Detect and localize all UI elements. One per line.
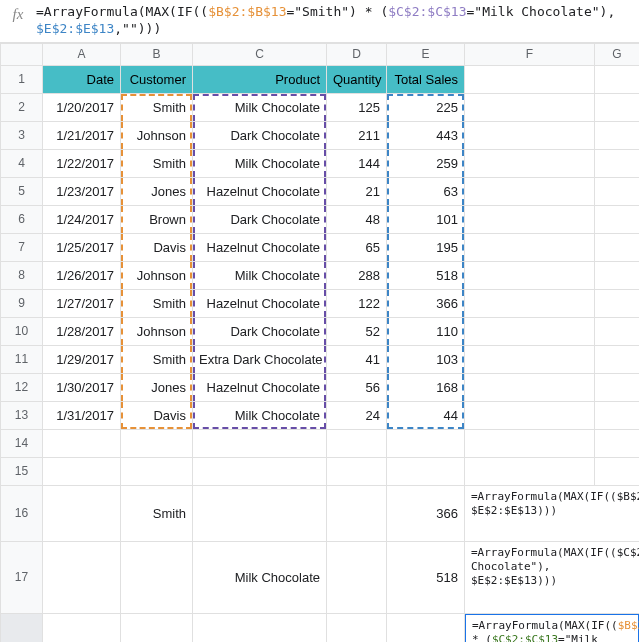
cell-qty[interactable]: 288	[327, 261, 387, 289]
cell-sales[interactable]: 44	[387, 401, 465, 429]
cell-qty[interactable]: 125	[327, 93, 387, 121]
cell[interactable]	[595, 121, 640, 149]
cell-product[interactable]: Hazelnut Chocolate	[193, 233, 327, 261]
row-header[interactable]: 16	[1, 485, 43, 541]
cell-date[interactable]: 1/22/2017	[43, 149, 121, 177]
cell[interactable]	[595, 149, 640, 177]
row-header[interactable]: 11	[1, 345, 43, 373]
row-header[interactable]: 9	[1, 289, 43, 317]
cell[interactable]	[595, 233, 640, 261]
cell-date[interactable]: 1/21/2017	[43, 121, 121, 149]
cell[interactable]	[595, 289, 640, 317]
cell-qty[interactable]: 52	[327, 317, 387, 345]
cell[interactable]	[327, 613, 387, 642]
cell-date[interactable]: 1/25/2017	[43, 233, 121, 261]
cell-customer[interactable]: Brown	[121, 205, 193, 233]
cell-product[interactable]: Hazelnut Chocolate	[193, 177, 327, 205]
cell-date[interactable]: 1/26/2017	[43, 261, 121, 289]
cell[interactable]	[465, 205, 595, 233]
col-header-f[interactable]: F	[465, 43, 595, 65]
cell-sales[interactable]: 168	[387, 373, 465, 401]
cell-date[interactable]: 1/20/2017	[43, 93, 121, 121]
cell[interactable]	[465, 289, 595, 317]
cell[interactable]	[121, 541, 193, 613]
cell[interactable]	[465, 401, 595, 429]
cell[interactable]	[595, 373, 640, 401]
cell-sales[interactable]: 110	[387, 317, 465, 345]
col-header-c[interactable]: C	[193, 43, 327, 65]
row-header[interactable]: 8	[1, 261, 43, 289]
cell[interactable]	[193, 457, 327, 485]
cell-product[interactable]: Milk Chocolate	[193, 149, 327, 177]
row-header[interactable]: 2	[1, 93, 43, 121]
cell-date[interactable]: 1/30/2017	[43, 373, 121, 401]
row-header[interactable]: 14	[1, 429, 43, 457]
cell-qty[interactable]: 48	[327, 205, 387, 233]
formula-text-cell[interactable]: =ArrayFormula(MAX(IF(($B$2:$B$13="Smith"…	[465, 485, 640, 541]
cell[interactable]	[595, 457, 640, 485]
cell[interactable]	[327, 485, 387, 541]
row-header[interactable]: 1	[1, 65, 43, 93]
cell[interactable]	[327, 541, 387, 613]
col-header-d[interactable]: D	[327, 43, 387, 65]
cell[interactable]	[595, 93, 640, 121]
row-header[interactable]: 3	[1, 121, 43, 149]
cell-qty[interactable]: 122	[327, 289, 387, 317]
cell-customer[interactable]: Jones	[121, 373, 193, 401]
cell[interactable]	[43, 541, 121, 613]
formula-bar-text[interactable]: =ArrayFormula(MAX(IF(($B$2:$B$13="Smith"…	[36, 4, 639, 38]
cell-date[interactable]: 1/31/2017	[43, 401, 121, 429]
header-sales[interactable]: Total Sales	[387, 65, 465, 93]
row-header[interactable]: 18	[1, 613, 43, 642]
cell[interactable]	[465, 65, 595, 93]
cell[interactable]	[43, 429, 121, 457]
cell-sales[interactable]: 101	[387, 205, 465, 233]
cell[interactable]	[43, 485, 121, 541]
cell[interactable]	[595, 261, 640, 289]
row-header[interactable]: 4	[1, 149, 43, 177]
header-date[interactable]: Date	[43, 65, 121, 93]
cell[interactable]	[193, 429, 327, 457]
cell-sales[interactable]: 103	[387, 345, 465, 373]
row-header[interactable]: 5	[1, 177, 43, 205]
cell-qty[interactable]: 41	[327, 345, 387, 373]
cell-sales[interactable]: 63	[387, 177, 465, 205]
cell[interactable]	[595, 205, 640, 233]
cell-sales[interactable]: 518	[387, 261, 465, 289]
cell-sales[interactable]: 259	[387, 149, 465, 177]
cell[interactable]	[595, 317, 640, 345]
cell[interactable]	[465, 177, 595, 205]
cell[interactable]: Milk Chocolate	[193, 541, 327, 613]
cell[interactable]	[465, 149, 595, 177]
cell-sales[interactable]: 443	[387, 121, 465, 149]
corner-cell[interactable]	[1, 43, 43, 65]
row-header[interactable]: 15	[1, 457, 43, 485]
cell[interactable]: Milk Chocolate	[193, 613, 327, 642]
row-header[interactable]: 12	[1, 373, 43, 401]
cell[interactable]: Smith	[121, 485, 193, 541]
row-header[interactable]: 7	[1, 233, 43, 261]
cell[interactable]: 366	[387, 485, 465, 541]
cell[interactable]	[465, 345, 595, 373]
cell-customer[interactable]: Johnson	[121, 121, 193, 149]
cell[interactable]	[43, 613, 121, 642]
cell-product[interactable]: Dark Chocolate	[193, 317, 327, 345]
cell[interactable]	[387, 429, 465, 457]
cell-date[interactable]: 1/27/2017	[43, 289, 121, 317]
cell[interactable]	[121, 429, 193, 457]
cell[interactable]	[465, 429, 595, 457]
cell-sales[interactable]: 366	[387, 289, 465, 317]
cell[interactable]	[465, 121, 595, 149]
header-customer[interactable]: Customer	[121, 65, 193, 93]
cell-qty[interactable]: 144	[327, 149, 387, 177]
cell-customer[interactable]: Johnson	[121, 317, 193, 345]
cell[interactable]: 518	[387, 541, 465, 613]
cell[interactable]	[327, 429, 387, 457]
cell-customer[interactable]: Smith	[121, 149, 193, 177]
col-header-e[interactable]: E	[387, 43, 465, 65]
cell[interactable]	[465, 317, 595, 345]
spreadsheet-grid[interactable]: A B C D E F G 1 Date Customer Product Qu…	[0, 43, 639, 642]
cell-editor[interactable]: =ArrayFormula(MAX(IF(($B$2:$B$13="Smith"…	[465, 613, 640, 642]
cell[interactable]	[595, 429, 640, 457]
cell-date[interactable]: 1/24/2017	[43, 205, 121, 233]
